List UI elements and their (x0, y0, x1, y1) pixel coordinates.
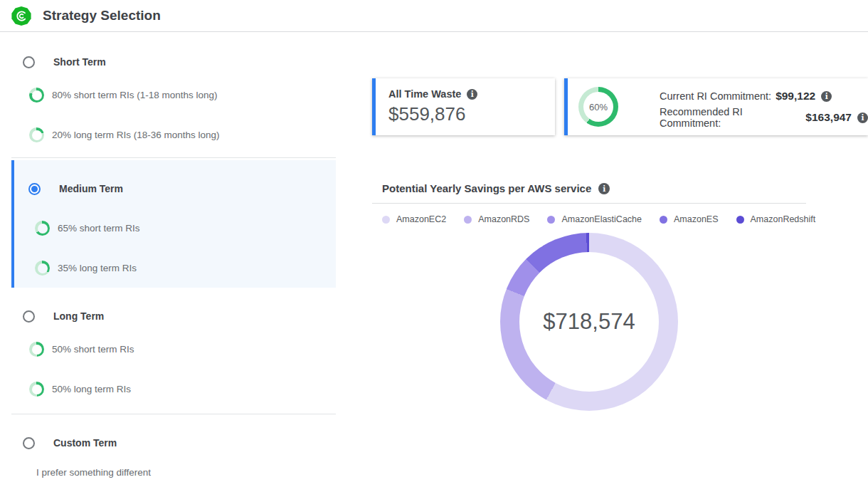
strategy-selection-page: Strategy Selection Short Term 80% short … (0, 0, 868, 492)
legend-dot (547, 216, 555, 224)
legend-item-amazonec2[interactable]: AmazonEC2 (382, 214, 446, 224)
strategy-label: Custom Term (53, 437, 117, 449)
section-divider (11, 157, 336, 158)
strategy-sub-item: 35% long term RIs (14, 261, 336, 276)
strategy-label: Short Term (53, 56, 106, 68)
info-icon[interactable]: i (821, 91, 832, 102)
current-ri-commitment-row: Current RI Commitment: $99,122 i (660, 89, 868, 103)
ri-commitment-card: 60% Current RI Commitment: $99,122 i Rec… (564, 78, 868, 135)
radio-short-term[interactable] (23, 56, 35, 68)
sub-item-label: 80% short term RIs (1-18 months long) (52, 90, 218, 100)
info-icon[interactable]: i (857, 112, 868, 123)
progress-ring-50b (29, 382, 44, 397)
recommended-ri-commitment-label: Recommended RI Commitment: (660, 106, 801, 129)
legend-item-amazonredshift[interactable]: AmazonRedshift (736, 214, 816, 224)
strategy-label: Medium Term (59, 183, 123, 194)
strategy-section-medium-term: Medium Term 65% short term RIs 35% long … (11, 160, 336, 288)
sub-item-label: 50% long term RIs (52, 384, 131, 394)
strategy-sub-item: 80% short term RIs (1-18 months long) (11, 88, 336, 103)
strategy-option-short-term[interactable]: Short Term (11, 56, 336, 68)
strategy-sub-item: 20% long term RIs (18-36 months long) (11, 127, 336, 142)
sub-item-label: 35% long term RIs (58, 263, 137, 273)
info-icon[interactable]: i (467, 89, 477, 100)
progress-ring-35 (35, 261, 50, 276)
custom-term-description: I prefer something different (36, 467, 336, 478)
radio-custom-term[interactable] (23, 437, 35, 449)
legend-item-amazonrds[interactable]: AmazonRDS (464, 214, 529, 224)
savings-donut-chart[interactable]: $718,574 (500, 233, 678, 411)
info-icon[interactable]: i (598, 183, 610, 194)
current-ri-commitment-label: Current RI Commitment: (660, 90, 771, 102)
recommended-ri-commitment-row: Recommended RI Commitment: $163,947 i (660, 110, 868, 125)
strategy-section-custom-term: Custom Term I prefer something different (11, 414, 336, 478)
legend-dot (382, 216, 390, 224)
sub-item-label: 20% long term RIs (18-36 months long) (52, 130, 220, 140)
cloudability-logo (11, 6, 31, 26)
waste-card-label: All Time Waste (388, 88, 461, 100)
legend-dot (736, 216, 744, 224)
waste-card-value: $559,876 (388, 103, 555, 125)
radio-medium-term[interactable] (28, 183, 41, 195)
strategy-option-custom-term[interactable]: Custom Term (11, 436, 336, 449)
legend-label: AmazonRDS (478, 214, 529, 224)
legend-label: AmazonRedshift (751, 214, 816, 224)
legend-dot (464, 216, 472, 224)
strategy-section-long-term: Long Term 50% short term RIs 50% long te… (11, 288, 336, 397)
progress-ring-65 (35, 221, 50, 236)
gauge-percent-label: 60% (578, 87, 618, 127)
all-time-waste-card: All Time Waste i $559,876 (372, 78, 555, 135)
strategy-sub-item: 50% short term RIs (11, 342, 336, 357)
legend-label: AmazonEC2 (396, 214, 446, 224)
legend-label: AmazonES (674, 214, 719, 224)
chart-divider (372, 203, 806, 204)
strategy-option-medium-term[interactable]: Medium Term (14, 160, 336, 195)
page-header: Strategy Selection (0, 0, 868, 32)
legend-item-amazonelasticache[interactable]: AmazonElastiCache (547, 214, 642, 224)
donut-center-value: $718,574 (500, 233, 678, 411)
progress-ring-80 (29, 88, 44, 103)
strategy-sub-item: 50% long term RIs (11, 382, 336, 397)
strategy-option-long-term[interactable]: Long Term (11, 310, 336, 323)
progress-ring-50a (29, 342, 44, 357)
strategy-sub-item: 65% short term RIs (14, 221, 336, 236)
progress-ring-20 (29, 127, 44, 142)
legend-item-amazones[interactable]: AmazonES (660, 214, 719, 224)
chart-title: Potential Yearly Savings per AWS service (382, 182, 591, 194)
sub-item-label: 50% short term RIs (52, 344, 134, 355)
legend-label: AmazonElastiCache (561, 214, 642, 224)
strategy-label: Long Term (53, 310, 104, 322)
legend-dot (660, 216, 667, 224)
radio-long-term[interactable] (23, 310, 35, 323)
commitment-gauge: 60% (578, 87, 618, 127)
page-title: Strategy Selection (43, 0, 161, 31)
chart-title-row: Potential Yearly Savings per AWS service… (382, 182, 610, 194)
current-ri-commitment-value: $99,122 (776, 90, 815, 103)
strategy-list: Short Term 80% short term RIs (1-18 mont… (11, 31, 336, 478)
sub-item-label: 65% short term RIs (58, 223, 140, 234)
strategy-section-short-term: Short Term 80% short term RIs (1-18 mont… (11, 31, 336, 142)
chart-legend: AmazonEC2 AmazonRDS AmazonElastiCache Am… (382, 214, 815, 224)
recommended-ri-commitment-value: $163,947 (805, 111, 852, 124)
